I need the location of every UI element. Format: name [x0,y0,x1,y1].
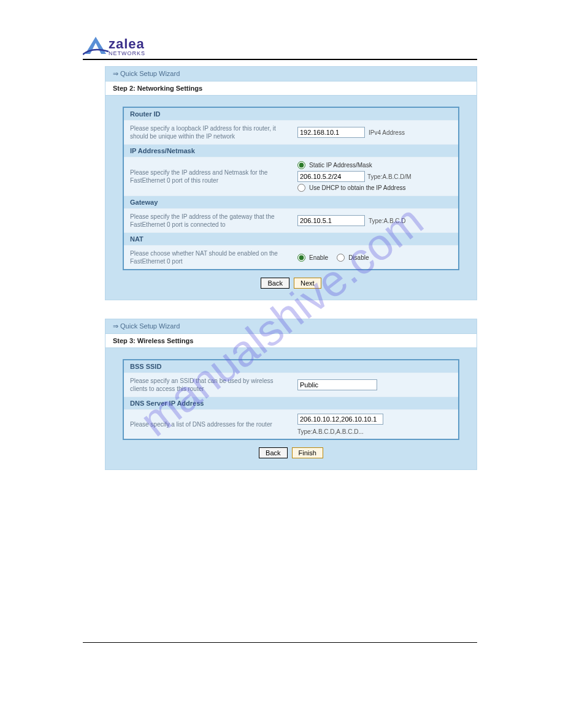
label-dhcp: Use DHCP to obtain the IP Address [309,184,406,191]
input-ip-netmask[interactable] [297,171,365,182]
finish-button-step3[interactable]: Finish [292,447,323,458]
row-nat: Please choose whether NAT should be enab… [124,246,458,269]
desc-gateway: Please specify the IP address of the gat… [130,213,291,229]
suffix-dns: Type:A.B.C.D,A.B.C.D... [297,428,364,435]
suffix-ip-netmask: Type:A.B.C.D/M [367,173,412,180]
section-ip-netmask: IP Address/Netmask [124,145,458,157]
wizard-step3: ⇒ Quick Setup Wizard Step 3: Wireless Se… [105,319,477,470]
wizard-breadcrumb: ⇒ Quick Setup Wizard [105,67,477,82]
back-button-step3[interactable]: Back [259,447,287,458]
section-ssid: BSS SSID [124,360,458,373]
desc-nat: Please choose whether NAT should be enab… [130,249,291,265]
row-ssid: Please specify an SSID that can be used … [124,373,458,397]
logo-icon [83,34,109,56]
input-gateway[interactable] [297,215,365,226]
section-dns: DNS Server IP Address [124,397,458,410]
brand-logo: zalea NETWORKS [83,34,477,56]
wizard-breadcrumb-3: ⇒ Quick Setup Wizard [105,319,477,334]
wizard-step2: ⇒ Quick Setup Wizard Step 2: Networking … [105,66,477,300]
row-dns: Please specify a list of DNS addresses f… [124,410,458,439]
desc-ssid: Please specify an SSID that can be used … [130,377,291,393]
step2-title: Step 2: Networking Settings [105,82,477,96]
label-nat-enable: Enable [309,254,328,261]
input-dns[interactable] [297,414,383,425]
section-gateway: Gateway [124,196,458,209]
row-gateway: Please specify the IP address of the gat… [124,209,458,233]
desc-router-id: Please specify a loopback IP address for… [130,124,291,140]
step3-title: Step 3: Wireless Settings [105,334,477,348]
step2-form: Router ID Please specify a loopback IP a… [123,107,459,270]
brand-name: zalea [109,37,145,51]
radio-dhcp[interactable] [297,184,305,192]
radio-nat-enable[interactable] [297,254,305,262]
row-router-id: Please specify a loopback IP address for… [124,121,458,145]
desc-dns: Please specify a list of DNS addresses f… [130,420,291,428]
input-ssid[interactable] [297,379,377,390]
next-button-step2[interactable]: Next [294,278,321,289]
brand-sub: NETWORKS [109,51,145,56]
step3-form: BSS SSID Please specify an SSID that can… [123,359,459,440]
radio-nat-disable[interactable] [337,254,345,262]
label-static-ip: Static IP Address/Mask [309,162,372,169]
suffix-gateway: Type:A.B.C.D [369,218,406,224]
section-router-id: Router ID [124,108,458,121]
desc-ip-netmask: Please specify the IP address and Netmas… [130,169,291,184]
footer-rule [83,642,477,643]
label-nat-disable: Disable [348,254,369,261]
row-ip-netmask: Please specify the IP address and Netmas… [124,157,458,196]
input-router-id[interactable] [297,127,365,138]
suffix-router-id: IPv4 Address [369,129,405,136]
radio-static-ip[interactable] [297,161,305,169]
back-button-step2[interactable]: Back [261,278,289,289]
header-rule [83,59,477,60]
section-nat: NAT [124,233,458,246]
